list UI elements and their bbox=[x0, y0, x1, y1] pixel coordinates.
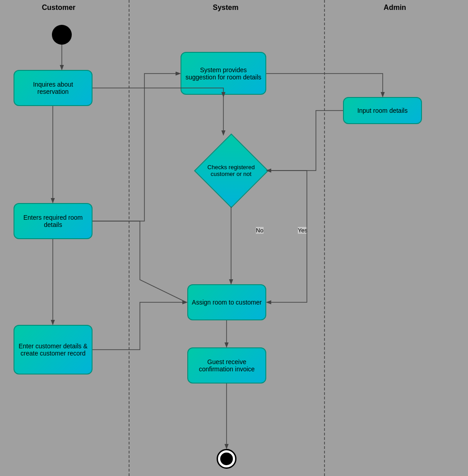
enters-details-node: Enters required room details bbox=[14, 203, 93, 239]
input-room-node: Input room details bbox=[343, 97, 422, 124]
lane-header-system: System bbox=[158, 4, 293, 12]
yes-label: Yes bbox=[298, 227, 307, 234]
lane-header-admin: Admin bbox=[338, 4, 451, 12]
no-label: No bbox=[256, 227, 264, 234]
system-provides-node: System provides suggestion for room deta… bbox=[181, 52, 266, 95]
end-node bbox=[217, 449, 236, 469]
divider-left bbox=[129, 0, 130, 476]
start-node bbox=[52, 25, 72, 45]
diagram-container: Customer System Admin Inquires about res… bbox=[0, 0, 468, 476]
checks-registered-node: Checks registered customer or not bbox=[195, 134, 267, 207]
assign-room-node: Assign room to customer bbox=[187, 284, 266, 320]
guest-receive-node: Guest receive confirmation invoice bbox=[187, 347, 266, 384]
inquires-node: Inquires about reservation bbox=[14, 70, 93, 106]
lane-header-customer: Customer bbox=[14, 4, 104, 12]
enter-customer-node: Enter customer details & create customer… bbox=[14, 325, 93, 374]
divider-right bbox=[324, 0, 325, 476]
